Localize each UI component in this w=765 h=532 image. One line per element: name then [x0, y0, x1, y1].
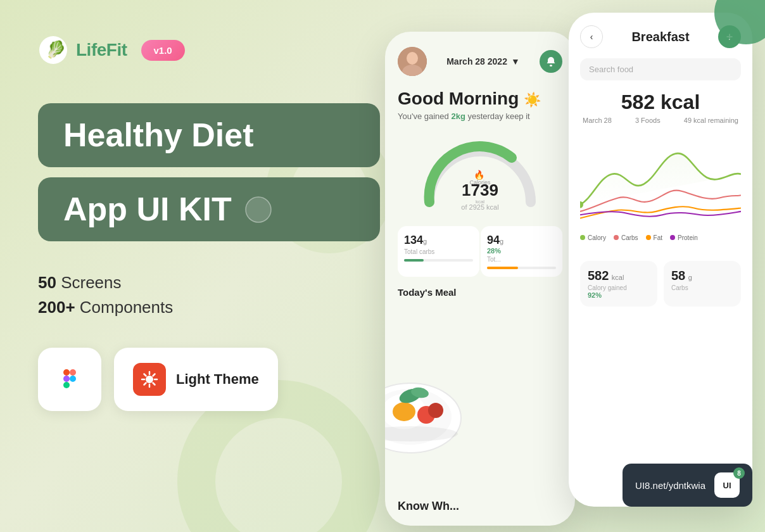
svg-line-15: [153, 383, 155, 385]
figma-icon: [54, 364, 85, 395]
carbs-bottom-unit: g: [688, 274, 692, 281]
legend-fat: Fat: [646, 234, 662, 241]
figma-badge: [38, 348, 101, 411]
food-illustration: [385, 336, 474, 462]
nutrition-chart: Calory Carbs Fat Protein: [580, 137, 741, 251]
todays-meal-label: Today's Meal: [398, 287, 562, 298]
carbs-card: 134g Total carbs: [398, 226, 479, 277]
screens-stat: 50 Screens: [38, 273, 380, 293]
calory-gained-unit: kcal: [612, 274, 624, 281]
svg-point-21: [550, 65, 552, 66]
calorie-gauge: Calories 1739 kcal 🔥 of 2925 kcal: [398, 139, 562, 211]
phones-area: March 28 2022 ▼ Good Morning ☀️ You've g…: [334, 0, 765, 532]
second-card: 94g 28% Tot...: [481, 226, 562, 277]
svg-point-31: [428, 403, 443, 418]
legend-carbs: Carbs: [614, 234, 638, 241]
calory-gained-pct: 92%: [588, 291, 650, 299]
calory-gained-label: Calory gained: [588, 284, 650, 291]
ui8-notification-badge: 8: [733, 467, 745, 479]
sun-icon-wrap: [133, 363, 166, 396]
svg-rect-5: [70, 369, 76, 376]
svg-rect-6: [63, 376, 70, 382]
current-date: March 28 2022: [446, 56, 507, 66]
phone-main-header: March 28 2022 ▼: [398, 47, 562, 76]
svg-line-14: [144, 374, 146, 376]
ui8-url: UI8.net/ydntkwia: [635, 480, 705, 491]
chart-legend: Calory Carbs Fat Protein: [580, 234, 741, 241]
carbs-bottom-value: 58: [671, 269, 685, 282]
svg-point-9: [146, 376, 153, 383]
know-what-label: Know Wh...: [398, 500, 459, 513]
phone-right: ‹ Breakfast + Search food 582 kcal March…: [569, 13, 752, 507]
headline-line1: Healthy Diet: [63, 117, 355, 153]
kcal-display: 582 kcal: [580, 91, 741, 114]
kcal-meta: March 28 3 Foods 49 kcal remaining: [580, 117, 741, 124]
leaf-icon: 🥬: [244, 196, 272, 224]
sun-emoji: ☀️: [524, 92, 541, 108]
notification-bell[interactable]: [540, 50, 562, 73]
svg-rect-4: [63, 369, 70, 376]
svg-rect-7: [63, 382, 70, 388]
bottom-badges: Light Theme: [38, 348, 380, 411]
date-row: March 28 2022 ▼: [446, 56, 520, 66]
components-label: Components: [80, 298, 173, 317]
svg-line-17: [144, 383, 146, 385]
logo-row: 🥬 LifeFit v1.0: [38, 35, 380, 65]
stats-row: 50 Screens 200+ Components: [38, 273, 380, 317]
search-food-bar[interactable]: Search food: [580, 58, 741, 80]
svg-text:🥬: 🥬: [46, 39, 66, 60]
version-badge: v1.0: [141, 40, 185, 61]
greeting-subtext: You've gained 2kg yesterday keep it: [398, 111, 562, 121]
ui8-badge[interactable]: UI8.net/ydntkwia UI 8: [623, 464, 752, 507]
carbs-label: Total carbs: [404, 248, 473, 255]
second-value: 94: [487, 234, 500, 246]
greeting-text: Good Morning ☀️: [398, 89, 562, 109]
svg-point-19: [407, 52, 418, 65]
calory-gained-value: 582: [588, 269, 609, 282]
svg-point-2: [246, 197, 271, 222]
svg-line-16: [153, 374, 155, 376]
calory-gained-card: 582 kcal Calory gained 92%: [580, 261, 657, 307]
sun-icon: [139, 369, 160, 390]
carbs-bottom-label: Carbs: [671, 284, 733, 291]
headline-line2: App UI KIT: [63, 191, 232, 227]
svg-text:1739: 1739: [462, 180, 498, 200]
brand-name: LifeFit: [76, 40, 127, 60]
meta-foods: 3 Foods: [635, 117, 661, 124]
phone-main: March 28 2022 ▼ Good Morning ☀️ You've g…: [385, 32, 575, 526]
light-theme-badge: Light Theme: [114, 348, 278, 411]
screens-number: 50: [38, 273, 56, 292]
components-number: 200+: [38, 298, 75, 317]
user-avatar: [398, 47, 427, 76]
bottom-nutrition-stats: 582 kcal Calory gained 92% 58 g Carbs: [580, 261, 741, 307]
dropdown-arrow-icon: ▼: [511, 56, 520, 66]
breakfast-title: Breakfast: [631, 30, 689, 44]
svg-text:🔥: 🔥: [474, 170, 485, 180]
calories-total: of 2925 kcal: [461, 203, 498, 211]
left-panel: 🥬 LifeFit v1.0 Healthy Diet App UI KIT 🥬…: [38, 0, 380, 532]
nutrient-stats-bar: 134g Total carbs 94g 28% Tot...: [398, 226, 562, 277]
headline-box-1: Healthy Diet: [38, 103, 380, 167]
components-stat: 200+ Components: [38, 298, 380, 317]
right-phone-header: ‹ Breakfast +: [580, 25, 741, 48]
carbs-value: 134: [404, 234, 423, 246]
carbs-card-bottom: 58 g Carbs: [664, 261, 741, 307]
carbs-unit: g: [423, 238, 427, 245]
svg-point-29: [393, 402, 415, 421]
screens-label: Screens: [61, 273, 121, 292]
meta-date: March 28: [583, 117, 612, 124]
lifefit-logo-icon: 🥬: [38, 35, 68, 65]
headline-box-2: App UI KIT 🥬: [38, 177, 380, 241]
back-button[interactable]: ‹: [580, 25, 603, 48]
meta-remaining: 49 kcal remaining: [684, 117, 738, 124]
light-theme-label: Light Theme: [176, 371, 259, 388]
legend-calory: Calory: [580, 234, 606, 241]
ui8-logo-icon: UI 8: [714, 472, 740, 498]
svg-point-8: [70, 376, 76, 382]
legend-protein: Protein: [670, 234, 698, 241]
